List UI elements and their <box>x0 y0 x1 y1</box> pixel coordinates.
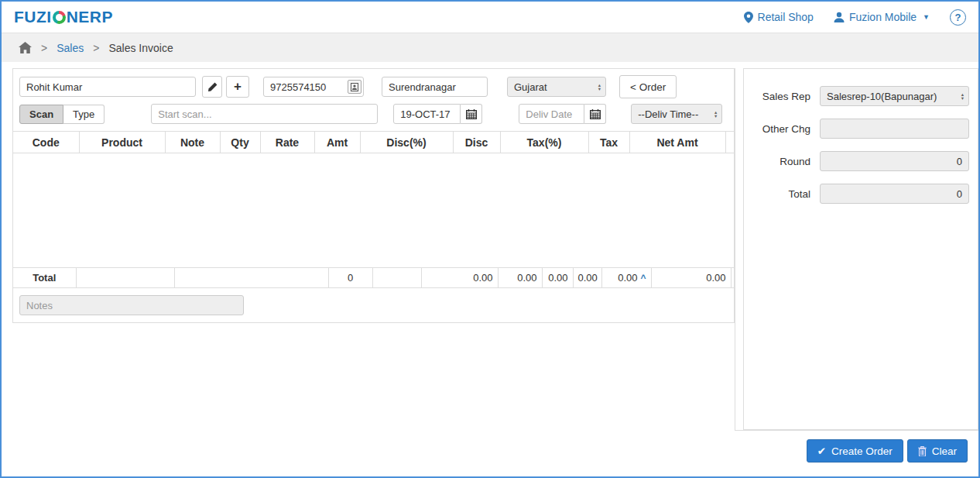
plus-icon: + <box>234 79 242 95</box>
totals-net-amt: 0.00 <box>651 268 731 288</box>
store-selector[interactable]: Retail Shop <box>744 11 814 23</box>
customer-name-input[interactable] <box>19 77 196 97</box>
content-area: + Gujarat ▴▾ < Order <box>2 62 978 463</box>
column-header-netamt: Net Amt <box>629 132 725 153</box>
chevron-down-icon: ▼ <box>923 13 930 21</box>
notes-input[interactable] <box>19 295 244 315</box>
other-charges-row: Other Chg <box>744 119 970 139</box>
totals-disc: 0.00 <box>542 268 573 288</box>
state-select-value: Gujarat <box>514 81 595 93</box>
summary-box: Sales Rep Salesrep-10(Bapunagar) ▴▾ Othe… <box>743 68 978 430</box>
items-table: CodeProductNoteQtyRateAmtDisc(%)DiscTax(… <box>13 131 734 153</box>
summary-sidebar: Sales Rep Salesrep-10(Bapunagar) ▴▾ Othe… <box>735 68 978 431</box>
sales-rep-select-value: Salesrep-10(Bapunagar) <box>827 91 958 102</box>
top-bar: FUZI NERP Retail Shop Fuzion Mobile ▼ ? <box>2 2 978 33</box>
check-icon: ✔ <box>817 445 826 457</box>
sales-rep-label: Sales Rep <box>744 91 810 102</box>
totals-tax: 0.00^ <box>601 268 651 288</box>
invoice-date-calendar-button[interactable] <box>461 104 482 124</box>
round-input[interactable] <box>820 151 969 171</box>
store-selector-label: Retail Shop <box>758 11 814 23</box>
account-menu[interactable]: Fuzion Mobile ▼ <box>834 11 930 23</box>
select-arrows-icon: ▴▾ <box>714 110 717 118</box>
select-arrows-icon: ▴▾ <box>598 83 601 91</box>
select-arrows-icon: ▴▾ <box>961 92 964 100</box>
column-header-amt: Amt <box>314 132 360 153</box>
action-buttons: ✔ Create Order Clear <box>735 431 978 463</box>
brand-logo-text-left: FUZI <box>14 8 52 26</box>
items-table-body-empty <box>13 153 734 267</box>
delivery-time-select[interactable]: --Deliv Time-- ▴▾ <box>631 104 722 124</box>
grand-total-row: Total <box>744 184 970 204</box>
tab-scan-label: Scan <box>29 108 53 120</box>
breadcrumb-separator: > <box>41 42 47 54</box>
scan-row: Scan Type <box>13 98 734 124</box>
totals-note-cell <box>174 268 328 288</box>
clear-button[interactable]: Clear <box>907 439 968 463</box>
help-button[interactable]: ? <box>950 9 966 26</box>
round-label: Round <box>744 156 810 167</box>
tab-type-label: Type <box>73 108 94 120</box>
other-charges-input[interactable] <box>820 119 969 139</box>
create-order-button-label: Create Order <box>831 445 893 457</box>
delivery-date-input[interactable] <box>519 104 584 124</box>
edit-customer-button[interactable] <box>202 76 222 98</box>
totals-product-cell <box>76 268 174 288</box>
column-header-code: Code <box>13 132 79 153</box>
totals-row: Total 0 0.00 0.00 0.00 0.00 0.00^ 0.00 <box>13 267 734 288</box>
column-header-rate: Rate <box>260 132 314 153</box>
sales-rep-row: Sales Rep Salesrep-10(Bapunagar) ▴▾ <box>744 86 970 106</box>
totals-tax-pct: 0.00 <box>573 268 601 288</box>
items-table-header-row: CodeProductNoteQtyRateAmtDisc(%)DiscTax(… <box>13 132 734 153</box>
tab-type[interactable]: Type <box>63 105 105 124</box>
delivery-date-calendar-button[interactable] <box>584 104 606 124</box>
invoice-panel: + Gujarat ▴▾ < Order <box>12 68 735 323</box>
calendar-icon <box>466 109 477 119</box>
trash-icon <box>918 446 927 456</box>
breadcrumb-separator: > <box>93 42 99 54</box>
breadcrumb: > Sales > Sales Invoice <box>2 33 978 62</box>
column-header-note: Note <box>165 132 220 153</box>
location-pin-icon <box>744 12 753 23</box>
add-customer-button[interactable]: + <box>226 76 249 98</box>
column-header-product: Product <box>79 132 165 153</box>
totals-amt: 0.00 <box>421 268 498 288</box>
notes-row <box>13 288 734 322</box>
contact-card-icon <box>351 83 358 91</box>
column-header-tax: Tax(%) <box>500 132 588 153</box>
app-window: FUZI NERP Retail Shop Fuzion Mobile ▼ ? <box>0 0 980 478</box>
pencil-icon <box>207 82 218 92</box>
column-header-tax: Tax <box>588 132 629 153</box>
contact-lookup-button[interactable] <box>348 80 362 94</box>
totals-tax-value: 0.00 <box>618 272 637 284</box>
account-menu-label: Fuzion Mobile <box>849 11 917 23</box>
column-header-spacer <box>725 132 734 153</box>
invoice-date-input[interactable] <box>393 104 461 124</box>
column-header-disc: Disc(%) <box>360 132 453 153</box>
column-header-qty: Qty <box>220 132 260 153</box>
totals-qty: 0 <box>328 268 372 288</box>
calendar-icon <box>590 109 601 119</box>
order-button[interactable]: < Order <box>619 75 677 98</box>
breadcrumb-current-page: Sales Invoice <box>108 42 173 54</box>
state-select[interactable]: Gujarat ▴▾ <box>507 77 606 97</box>
home-icon[interactable] <box>19 42 32 53</box>
grand-total-label: Total <box>744 188 810 200</box>
scan-input[interactable] <box>151 104 378 124</box>
tab-scan[interactable]: Scan <box>19 105 63 124</box>
clear-button-label: Clear <box>932 445 957 457</box>
order-button-label: < Order <box>630 81 666 93</box>
sales-rep-select[interactable]: Salesrep-10(Bapunagar) ▴▾ <box>820 86 969 106</box>
customer-city-input[interactable] <box>382 77 488 97</box>
brand-logo[interactable]: FUZI NERP <box>14 8 113 26</box>
breadcrumb-link-sales[interactable]: Sales <box>57 42 84 54</box>
totals-end-cell <box>731 268 734 288</box>
delivery-date-group <box>519 104 606 124</box>
brand-logo-icon <box>53 11 66 24</box>
help-icon: ? <box>955 12 961 23</box>
create-order-button[interactable]: ✔ Create Order <box>807 439 903 463</box>
column-header-disc: Disc <box>453 132 500 153</box>
other-charges-label: Other Chg <box>744 123 810 135</box>
grand-total-input[interactable] <box>820 184 969 204</box>
collapse-chevron-up-icon[interactable]: ^ <box>640 273 646 284</box>
